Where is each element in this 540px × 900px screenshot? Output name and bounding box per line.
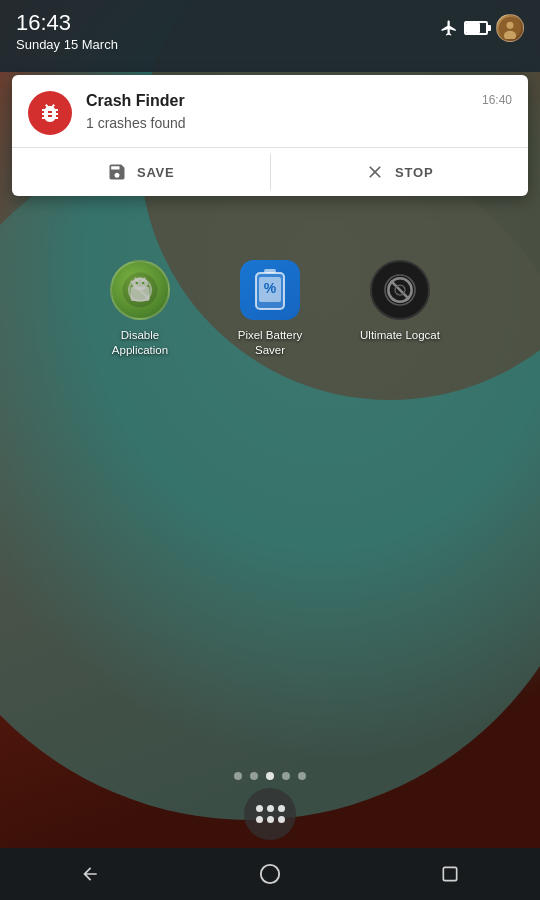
battery-icon <box>464 21 490 35</box>
notification-card: Crash Finder 1 crashes found 16:40 SAVE … <box>12 75 528 196</box>
status-time: 16:43 <box>16 10 118 36</box>
disable-application-icon <box>110 260 170 320</box>
notification-subtitle: 1 crashes found <box>86 114 468 134</box>
stop-icon <box>365 162 385 182</box>
back-icon <box>80 864 100 884</box>
notification-app-icon <box>28 91 72 135</box>
notification-title: Crash Finder <box>86 91 468 112</box>
pixel-battery-saver-label: Pixel Battery Saver <box>230 328 310 358</box>
home-button[interactable] <box>240 852 300 896</box>
battery-saver-svg: % <box>254 269 286 311</box>
pixel-battery-saver-icon: % <box>240 260 300 320</box>
page-dot-3 <box>266 772 274 780</box>
notification-content: Crash Finder 1 crashes found <box>86 91 468 133</box>
save-icon <box>107 162 127 182</box>
app-drawer-button[interactable] <box>244 788 296 840</box>
airplane-icon <box>440 19 458 37</box>
recents-icon <box>440 864 460 884</box>
back-button[interactable] <box>60 852 120 896</box>
notification-top: Crash Finder 1 crashes found 16:40 <box>12 75 528 147</box>
disable-application-label: Disable Application <box>100 328 180 358</box>
stop-label: STOP <box>395 165 433 180</box>
page-dot-1 <box>234 772 242 780</box>
status-icons <box>440 10 524 42</box>
avatar <box>496 14 524 42</box>
page-dot-2 <box>250 772 258 780</box>
status-left: 16:43 Sunday 15 March <box>16 10 118 55</box>
svg-rect-22 <box>443 867 456 880</box>
app-grid: Disable Application % Pixel Battery Save… <box>0 260 540 358</box>
notification-time: 16:40 <box>482 91 512 107</box>
save-label: SAVE <box>137 165 175 180</box>
bug-icon <box>38 101 62 125</box>
ultimate-logcat-icon <box>370 260 430 320</box>
svg-text:%: % <box>264 280 277 296</box>
svg-point-21 <box>261 865 279 883</box>
app-drawer-dots <box>256 805 285 823</box>
ultimate-logcat-label: Ultimate Logcat <box>360 328 440 343</box>
page-dot-5 <box>298 772 306 780</box>
status-date: Sunday 15 March <box>16 36 118 54</box>
recents-button[interactable] <box>420 852 480 896</box>
svg-point-1 <box>506 22 513 29</box>
stop-action-button[interactable]: STOP <box>271 148 529 196</box>
app-item-pixel-battery-saver[interactable]: % Pixel Battery Saver <box>230 260 310 358</box>
navigation-bar <box>0 848 540 900</box>
home-icon <box>259 863 281 885</box>
notification-actions: SAVE STOP <box>12 148 528 196</box>
save-action-button[interactable]: SAVE <box>12 148 270 196</box>
app-item-ultimate-logcat[interactable]: Ultimate Logcat <box>360 260 440 358</box>
page-indicators <box>0 772 540 780</box>
status-bar: 16:43 Sunday 15 March <box>0 0 540 72</box>
app-item-disable-application[interactable]: Disable Application <box>100 260 180 358</box>
logcat-svg <box>380 270 420 310</box>
page-dot-4 <box>282 772 290 780</box>
android-disable-icon <box>121 271 159 309</box>
